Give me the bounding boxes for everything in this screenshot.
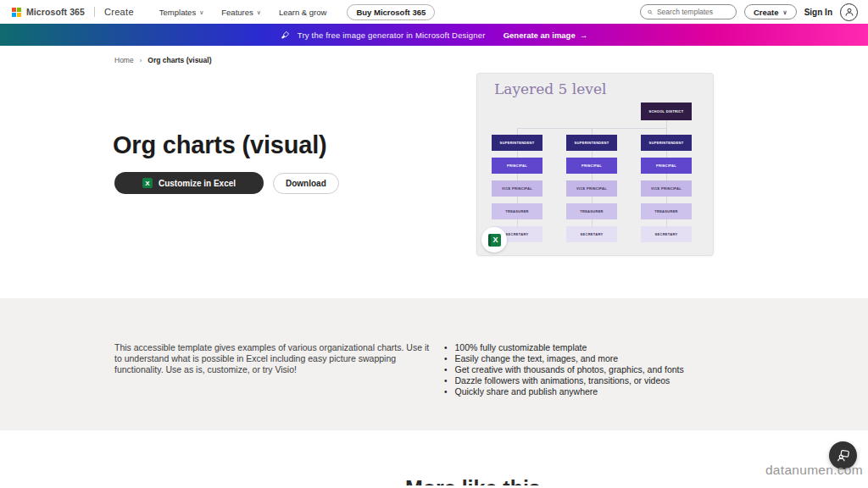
nav-item-templates[interactable]: Templates ∨ [159,8,203,17]
nav-item-learn-and-grow[interactable]: Learn & grow [279,8,327,17]
bullet-icon: • [444,342,448,353]
org-box: TREASURER [492,203,542,219]
sign-in-link[interactable]: Sign In [804,8,832,17]
banner-cta-link[interactable]: Generate an image → [504,30,588,40]
primary-nav: Templates ∨ Features ∨ Learn & grow Buy … [159,4,435,20]
preview-chart-title: Layered 5 level [494,80,606,97]
page-title: Org charts (visual) [113,131,326,159]
bullet-icon: • [444,364,448,375]
template-preview-card[interactable]: Layered 5 level SCHOOL DISTRICT SUPERINT… [476,73,714,256]
create-dropdown-button[interactable]: Create ∨ [744,4,797,19]
org-columns: SUPERINTENDENTPRINCIPALVICE PRINCIPALTRE… [492,135,692,242]
download-button[interactable]: Download [273,173,339,194]
nav-label: Features [221,8,253,17]
logo-square [12,13,16,17]
breadcrumb-home[interactable]: Home [114,56,134,64]
template-description: This accessible template gives examples … [114,342,430,375]
promo-banner[interactable]: Try the free image generator in Microsof… [0,24,868,46]
next-section-heading-text: More like this [405,478,609,485]
account-avatar-icon[interactable] [840,3,858,21]
topnav-right: Create ∨ Sign In [640,3,858,21]
banner-cta-label: Generate an image [504,30,576,40]
customize-button-label: Customize in Excel [159,179,236,188]
details-section: This accessible template gives examples … [0,298,868,430]
excel-icon: X [142,178,153,188]
feature-list-item: •Quickly share and publish anywhere [444,386,684,397]
excel-icon: X [488,234,501,247]
org-box: VICE PRINCIPAL [641,180,692,197]
nav-label: Templates [159,8,196,17]
feature-list-item: •Get creative with thousands of photos, … [444,364,684,375]
org-column: SUPERINTENDENTPRINCIPALVICE PRINCIPALTRE… [566,135,617,242]
org-box: SECRETARY [641,226,692,242]
org-box: SUPERINTENDENT [641,135,692,151]
org-column: SUPERINTENDENTPRINCIPALVICE PRINCIPALTRE… [641,135,692,242]
org-box: TREASURER [641,203,692,219]
next-section-heading-cropped: More like this [405,478,609,485]
top-navigation: Microsoft 365 Create Templates ∨ Feature… [0,0,868,24]
excel-app-badge: X [481,227,507,252]
org-box: TREASURER [566,203,617,219]
org-box: PRINCIPAL [566,158,617,174]
hero-actions: X Customize in Excel Download [114,172,339,194]
feature-text: 100% fully customizable template [455,342,587,353]
org-box: VICE PRINCIPAL [566,180,617,197]
chevron-down-icon: ∨ [783,9,787,15]
feature-text: Dazzle followers with animations, transi… [455,375,670,386]
logo-square [17,13,21,17]
breadcrumb-current: Org charts (visual) [147,56,211,64]
org-chart-preview: SCHOOL DISTRICT SUPERINTENDENTPRINCIPALV… [477,103,715,257]
nav-label: Learn & grow [279,8,327,17]
org-box: SECRETARY [566,226,617,242]
search-input[interactable] [657,8,729,16]
watermark: datanumen.com [765,463,863,478]
org-box: PRINCIPAL [641,158,692,174]
brand-title[interactable]: Microsoft 365 [26,7,85,17]
page: Microsoft 365 Create Templates ∨ Feature… [0,0,868,488]
logo-square [12,8,16,12]
create-home-link[interactable]: Create [104,7,134,17]
bullet-icon: • [444,386,448,397]
logo-square [17,8,21,12]
nav-item-features[interactable]: Features ∨ [221,8,261,17]
search-icon [648,8,653,16]
org-box: PRINCIPAL [492,158,542,174]
breadcrumb-separator-icon: › [140,57,142,64]
customize-in-excel-button[interactable]: X Customize in Excel [114,172,264,194]
feature-text: Easily change the text, images, and more [455,353,619,364]
feature-list-item: •Dazzle followers with animations, trans… [444,375,684,386]
banner-message: Try the free image generator in Microsof… [298,30,486,40]
breadcrumb: Home › Org charts (visual) [114,56,211,64]
microsoft-logo-icon[interactable] [12,8,21,17]
chevron-down-icon: ∨ [257,9,261,15]
paintbrush-icon [281,30,290,40]
divider [94,7,95,17]
buy-microsoft-365-button[interactable]: Buy Microsoft 365 [347,4,435,20]
chevron-down-icon: ∨ [199,9,203,15]
search-box[interactable] [640,4,737,19]
feature-text: Get creative with thousands of photos, g… [455,364,684,375]
org-box: SUPERINTENDENT [566,135,617,151]
connector-line [666,120,667,128]
org-box-top: SCHOOL DISTRICT [641,103,692,120]
create-dropdown-label: Create [754,8,779,17]
bullet-icon: • [444,375,448,386]
org-box: VICE PRINCIPAL [492,180,542,197]
feature-text: Quickly share and publish anywhere [455,386,598,397]
org-column: SUPERINTENDENTPRINCIPALVICE PRINCIPALTRE… [492,135,542,242]
org-box: SUPERINTENDENT [492,135,542,151]
feedback-person-icon [837,449,850,463]
feature-list-item: •Easily change the text, images, and mor… [444,353,684,364]
feature-list-item: •100% fully customizable template [444,342,684,353]
bullet-icon: • [444,353,448,364]
feature-list: •100% fully customizable template•Easily… [444,342,684,397]
person-icon [844,7,854,17]
arrow-right-icon: → [580,30,588,40]
